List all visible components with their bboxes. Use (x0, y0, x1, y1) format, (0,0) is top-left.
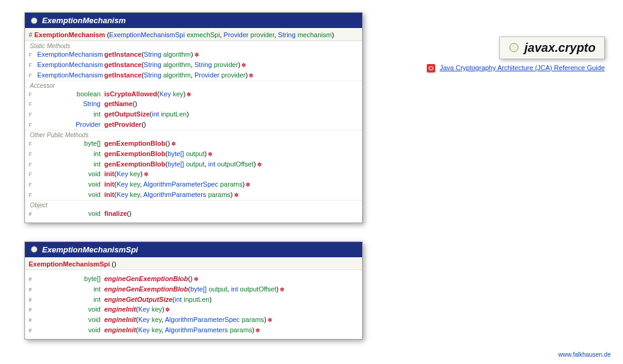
return-type: ExemptionMechanism (37, 50, 104, 59)
flag: F (29, 140, 37, 148)
method-name: getProvider (104, 120, 141, 129)
params: (Key key, AlgorithmParameters params) (136, 326, 254, 335)
return-type: void (37, 315, 104, 324)
method-name: init (104, 180, 115, 189)
return-type: int (37, 160, 104, 169)
class-box-exemption-mechanism-spi: ExemptionMechanismSpi ExemptionMechanism… (24, 241, 363, 340)
flag: F (29, 72, 37, 79)
return-type: ExemptionMechanism (37, 71, 104, 80)
return-type: void (37, 170, 104, 179)
svg-point-1 (31, 246, 37, 252)
method-name: getInstance (104, 71, 141, 80)
return-type: Provider (37, 120, 104, 129)
params: (byte[] output, int outputOffset) (165, 160, 255, 169)
flag: F (29, 171, 37, 178)
return-type: int (37, 149, 104, 159)
method-name: engineInit (104, 326, 136, 335)
method-name: getName (104, 99, 132, 109)
method-name: engineGetOutputSize (104, 295, 173, 304)
object-methods: #voidfinalize () (25, 209, 362, 219)
params: (Key key) (157, 90, 186, 99)
return-type: void (37, 190, 104, 199)
method-name: genExemptionBlob (104, 139, 165, 148)
method-name: finalize (104, 209, 127, 218)
flag: F (29, 111, 37, 118)
method-row: #byte[]engineGenExemptionBlob () ✲ (25, 274, 362, 284)
method-row: Fbyte[]genExemptionBlob () ✲ (25, 138, 362, 149)
method-name: init (104, 170, 115, 179)
flag: # (29, 276, 37, 283)
flag: F (29, 151, 37, 158)
params: () (127, 209, 131, 218)
constructor-params: (ExemptionMechanismSpi exmechSpi, Provid… (107, 31, 333, 38)
return-type: void (37, 305, 104, 314)
class-header: ExemptionMechanism (25, 13, 362, 28)
accessor-methods: FbooleanisCryptoAllowed (Key key) ✲FStri… (25, 89, 362, 130)
method-row: #voidfinalize () (25, 209, 362, 219)
throws-icon: ✲ (193, 276, 199, 283)
package-name: javax.crypto (524, 41, 596, 55)
constructor-params: () (112, 260, 116, 268)
method-name: getInstance (104, 50, 141, 59)
flag: F (29, 91, 37, 98)
params: (Key key) (115, 170, 143, 179)
method-row: #voidengineInit (Key key) ✲ (25, 304, 362, 315)
flag: # (29, 306, 37, 313)
spi-methods: #byte[]engineGenExemptionBlob () ✲#inten… (25, 274, 362, 335)
return-type: int (37, 110, 104, 119)
throws-icon: ✲ (233, 191, 239, 199)
flag: # (29, 327, 37, 334)
method-row: FintgenExemptionBlob (byte[] output) ✲ (25, 149, 362, 159)
throws-icon: ✲ (170, 140, 176, 148)
class-name: ExemptionMechanismSpi (42, 245, 138, 254)
flag: # (29, 316, 37, 324)
method-row: Fvoidinit (Key key, AlgorithmParameterSp… (25, 179, 362, 190)
params: (int inputLen) (173, 295, 212, 304)
constructor-name: ExemptionMechanismSpi (29, 260, 110, 268)
guide-link-row: Java Cryptography Architecture (JCA) Ref… (387, 64, 605, 73)
return-type: void (37, 209, 104, 218)
params: () (165, 139, 169, 148)
flag: F (29, 161, 37, 168)
method-name: engineGenExemptionBlob (104, 274, 188, 284)
return-type: boolean (37, 90, 104, 99)
oracle-icon (427, 64, 435, 73)
guide-link[interactable]: Java Cryptography Architecture (JCA) Ref… (440, 64, 605, 71)
params: (String algorithm, String provider) (141, 60, 240, 70)
method-row: FStringgetName () (25, 99, 362, 109)
throws-icon: ✲ (164, 306, 170, 313)
flag: F (29, 62, 37, 69)
params: (String algorithm, Provider provider) (141, 71, 247, 80)
method-row: FintgenExemptionBlob (byte[] output, int… (25, 159, 362, 170)
constructor-row: # ExemptionMechanism (ExemptionMechanism… (25, 29, 362, 41)
method-name: engineGenExemptionBlob (104, 285, 188, 294)
params: (byte[] output, int outputOffset) (188, 285, 279, 294)
return-type: ExemptionMechanism (37, 60, 104, 70)
params: (byte[] output) (165, 149, 207, 159)
section-object: Object (25, 200, 362, 209)
svg-point-2 (510, 43, 518, 52)
method-row: #voidengineInit (Key key, AlgorithmParam… (25, 315, 362, 325)
method-name: getInstance (104, 60, 141, 70)
method-row: #intengineGenExemptionBlob (byte[] outpu… (25, 284, 362, 294)
method-row: FProvidergetProvider () (25, 120, 362, 130)
class-name: ExemptionMechanism (42, 16, 126, 25)
method-row: FExemptionMechanismgetInstance (String a… (25, 60, 362, 70)
throws-icon: ✲ (207, 151, 213, 158)
watermark: www.falkhausen.de (558, 351, 611, 358)
return-type: int (37, 295, 104, 304)
method-name: getOutputSize (104, 110, 150, 119)
method-row: Fvoidinit (Key key) ✲ (25, 169, 362, 179)
method-name: genExemptionBlob (104, 149, 165, 159)
flag: F (29, 181, 37, 188)
return-type: byte[] (37, 139, 104, 148)
return-type: int (37, 285, 104, 294)
class-box-exemption-mechanism: ExemptionMechanism # ExemptionMechanism … (24, 12, 363, 223)
visibility-icon: # (29, 31, 32, 38)
method-name: engineInit (104, 305, 136, 314)
section-static: Static Methods (25, 41, 362, 49)
flag: # (29, 296, 37, 304)
class-icon (30, 245, 38, 254)
throws-icon: ✲ (247, 72, 254, 79)
package-icon (508, 42, 519, 54)
